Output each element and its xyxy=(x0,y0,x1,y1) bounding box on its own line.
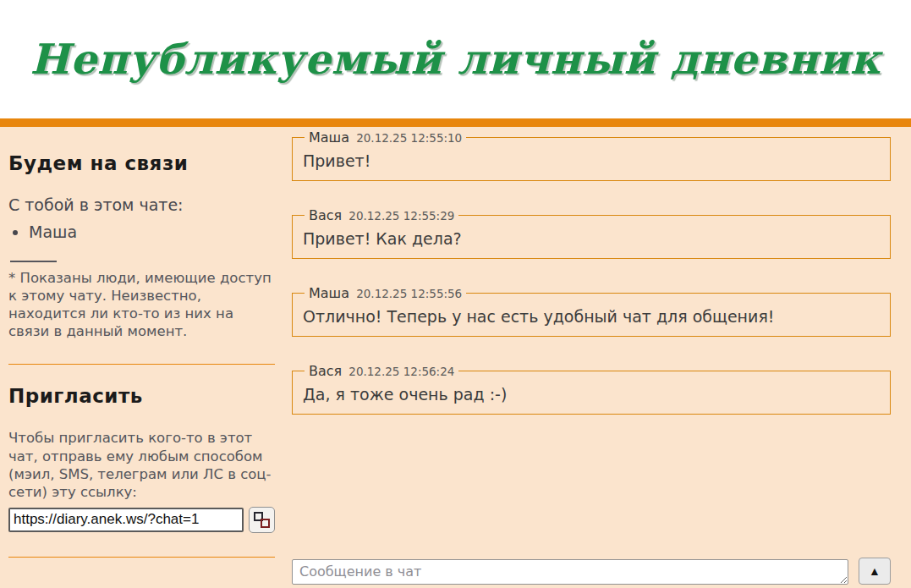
member-item: Маша xyxy=(29,223,275,241)
message-text: Привет! Как дела? xyxy=(303,229,880,248)
copy-icon-front-square xyxy=(261,519,270,528)
section-divider xyxy=(8,364,275,365)
message-timestamp: 20.12.25 12:56:24 xyxy=(348,365,454,378)
footnote-divider xyxy=(10,261,57,262)
message-meta: Маша 20.12.25 12:55:10 xyxy=(305,129,466,146)
contacts-heading: Будем на связи xyxy=(8,152,275,174)
invite-link-input[interactable] xyxy=(8,508,244,532)
page-header: Непубликуемый личный дневник xyxy=(0,0,911,118)
message-meta: Вася 20.12.25 12:55:29 xyxy=(305,207,458,223)
message-timestamp: 20.12.25 12:55:10 xyxy=(356,131,462,145)
page-title: Непубликуемый личный дневник xyxy=(30,35,881,84)
message-author: Маша xyxy=(309,129,349,146)
member-list: Маша xyxy=(8,223,275,241)
contacts-subheading: С тобой в этом чате: xyxy=(8,195,275,214)
content-area: Будем на связи С тобой в этом чате: Маша… xyxy=(0,127,911,588)
message-text: Привет! xyxy=(303,151,880,170)
section-divider-bottom xyxy=(8,557,275,558)
message-meta: Маша 20.12.25 12:55:56 xyxy=(305,285,466,301)
message-author: Вася xyxy=(309,363,342,379)
message-timestamp: 20.12.25 12:55:56 xyxy=(356,287,462,300)
invite-instructions: Чтобы пригласить кого-то в этот чат, отп… xyxy=(8,429,275,500)
contacts-note: * Показаны люди, имеющие доступ к этому … xyxy=(8,269,275,340)
chat-message: Маша 20.12.25 12:55:56 Отлично! Теперь у… xyxy=(292,285,891,337)
chat-message: Маша 20.12.25 12:55:10 Привет! xyxy=(292,129,891,181)
message-timestamp: 20.12.25 12:55:29 xyxy=(348,209,454,223)
composer: ▲ xyxy=(292,558,891,585)
message-text: Отлично! Теперь у нас есть удобный чат д… xyxy=(303,307,880,326)
copy-icon xyxy=(254,512,270,528)
message-input[interactable] xyxy=(292,559,848,585)
message-list: Маша 20.12.25 12:55:10 Привет! Вася 20.1… xyxy=(292,129,891,558)
orange-divider-bar xyxy=(0,118,911,127)
invite-heading: Пригласить xyxy=(8,385,275,407)
send-button[interactable]: ▲ xyxy=(859,558,891,585)
chat-message: Вася 20.12.25 12:56:24 Да, я тоже очень … xyxy=(292,363,891,415)
message-author: Вася xyxy=(309,207,342,223)
chat-area: Маша 20.12.25 12:55:10 Привет! Вася 20.1… xyxy=(283,127,911,588)
chat-message: Вася 20.12.25 12:55:29 Привет! Как дела? xyxy=(292,207,891,259)
message-text: Да, я тоже очень рад :-) xyxy=(303,385,880,404)
invite-link-row xyxy=(8,507,275,533)
message-meta: Вася 20.12.25 12:56:24 xyxy=(305,363,458,379)
copy-link-button[interactable] xyxy=(249,507,275,533)
sidebar: Будем на связи С тобой в этом чате: Маша… xyxy=(0,127,283,588)
message-author: Маша xyxy=(309,285,349,301)
